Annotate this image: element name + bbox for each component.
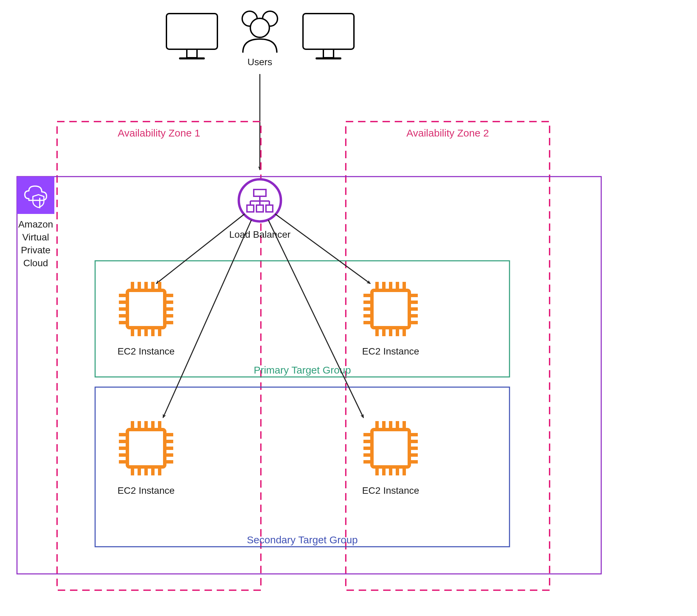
svg-rect-0 (166, 14, 218, 49)
arrow-lb-ec2-br (268, 220, 364, 418)
ec2-instance-icon (119, 421, 173, 476)
load-balancer-icon (239, 179, 281, 221)
svg-rect-3 (303, 14, 354, 49)
svg-rect-4 (323, 49, 333, 58)
monitor-icon (166, 14, 218, 58)
vpc-badge (17, 177, 54, 214)
ec2-instance-label: EC2 Instance (118, 346, 175, 357)
arrow-lb-ec2-tr (275, 214, 370, 284)
vpc-label-line-0: Amazon (18, 219, 53, 229)
vpc-label-line-1: Virtual (23, 232, 49, 242)
secondary-target-group-label: Secondary Target Group (247, 534, 358, 545)
vpc-label-line-3: Cloud (23, 258, 48, 268)
ec2-instance-icon (119, 282, 173, 336)
ec2-instance-icon (364, 421, 418, 476)
arrow-lb-ec2-tl (156, 214, 244, 284)
load-balancer-label: Load Balancer (229, 229, 291, 240)
vpc-label-line-2: Private (21, 245, 50, 255)
users-icon (242, 11, 278, 52)
ec2-instance-label: EC2 Instance (362, 346, 419, 357)
arrow-lb-ec2-bl (163, 220, 251, 418)
architecture-diagram: Users Availability Zone 1 Availability Z… (0, 0, 697, 616)
users-label: Users (247, 57, 272, 67)
svg-point-8 (250, 18, 269, 37)
availability-zone-2-label: Availability Zone 2 (406, 127, 489, 138)
ec2-instance-label: EC2 Instance (118, 485, 175, 496)
svg-rect-1 (187, 49, 197, 58)
availability-zone-1-label: Availability Zone 1 (118, 127, 201, 138)
monitor-icon (303, 14, 354, 58)
primary-target-group-label: Primary Target Group (254, 364, 351, 376)
primary-target-group-box (95, 261, 509, 377)
ec2-instance-icon (364, 282, 418, 336)
ec2-instance-label: EC2 Instance (362, 485, 419, 496)
